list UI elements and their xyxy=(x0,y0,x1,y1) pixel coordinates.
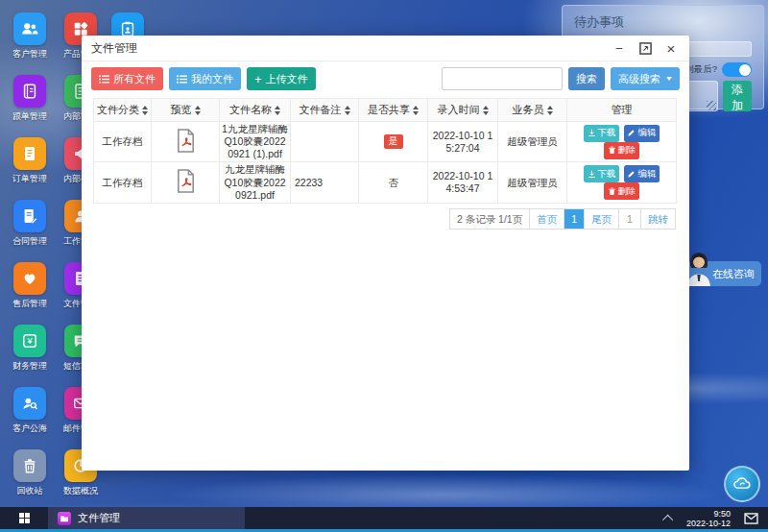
trash-icon xyxy=(608,146,616,155)
maximize-button[interactable] xyxy=(636,39,654,57)
cell-time: 2022-10-10 14:53:47 xyxy=(428,162,498,203)
toggle-knob xyxy=(739,64,751,76)
edit-icon xyxy=(627,129,636,137)
notification-icon[interactable] xyxy=(744,513,758,524)
tray-expand-icon[interactable] xyxy=(662,514,673,524)
table-row: 工作存档 1九龙星牌辅酶Q10胶囊20220921 (1).pdf 是 2022… xyxy=(94,122,677,162)
download-label: 下载 xyxy=(598,127,616,139)
col-header-shared[interactable]: 是否共享 xyxy=(359,99,428,122)
col-header-agent[interactable]: 业务员 xyxy=(498,99,567,122)
pdf-file-icon xyxy=(175,128,197,154)
my-files-label: 我的文件 xyxy=(191,72,233,86)
search-button[interactable]: 搜索 xyxy=(568,67,605,90)
download-icon xyxy=(588,170,596,179)
cell-preview[interactable] xyxy=(152,122,220,162)
edit-button[interactable]: 编辑 xyxy=(624,125,660,142)
edit-label: 编辑 xyxy=(637,127,656,139)
cloud-button[interactable] xyxy=(724,466,760,502)
clock-time: 9:50 xyxy=(686,509,731,519)
download-button[interactable]: 下载 xyxy=(584,125,619,142)
delete-button[interactable]: 删除 xyxy=(604,142,639,159)
cell-note xyxy=(291,122,359,162)
online-consult-label: 在线咨询 xyxy=(712,267,755,281)
download-button[interactable]: 下载 xyxy=(584,165,619,182)
all-files-button[interactable]: 所有文件 xyxy=(91,67,163,90)
cell-filename[interactable]: 九龙星牌辅酶Q10胶囊20220921.pdf xyxy=(220,162,291,203)
cell-shared: 否 xyxy=(359,162,428,203)
windows-logo-icon xyxy=(19,513,30,523)
col-header-preview[interactable]: 预览 xyxy=(152,99,220,122)
pagination: 2 条记录 1/1页 首页 1 尾页 跳转 xyxy=(82,208,676,230)
yen-icon: ¥ xyxy=(13,325,46,357)
sort-icon xyxy=(142,106,148,115)
taskbar-clock[interactable]: 9:50 2022-10-12 xyxy=(686,509,731,528)
resize-grip-icon[interactable] xyxy=(707,101,716,110)
search-input[interactable] xyxy=(442,67,563,90)
window-title: 文件管理 xyxy=(91,40,602,57)
add-todo-button[interactable]: 添加 xyxy=(723,81,752,111)
cell-agent: 超级管理员 xyxy=(498,122,567,162)
clock-date: 2022-10-12 xyxy=(686,519,731,528)
start-button[interactable] xyxy=(0,507,48,529)
svg-text:¥: ¥ xyxy=(26,336,33,346)
folder-icon xyxy=(58,512,71,525)
cell-note: 22233 xyxy=(291,162,359,203)
online-consult-widget[interactable]: 在线咨询 xyxy=(687,261,761,286)
sort-icon xyxy=(275,106,280,115)
record-summary: 2 条记录 1/1页 xyxy=(449,208,530,230)
todo-panel-title: 待办事项 xyxy=(574,13,752,31)
cell-category: 工作存档 xyxy=(94,162,152,203)
page-jump-input[interactable] xyxy=(618,208,641,230)
trash-icon xyxy=(608,187,616,196)
search-label: 搜索 xyxy=(576,72,597,86)
advanced-search-button[interactable]: 高级搜索 xyxy=(611,67,680,90)
cell-agent: 超级管理员 xyxy=(498,162,567,203)
edit-icon xyxy=(627,170,636,179)
sort-icon xyxy=(547,106,553,115)
minimize-button[interactable]: − xyxy=(611,39,628,57)
upload-file-label: 上传文件 xyxy=(266,72,308,86)
contract-icon xyxy=(13,200,46,232)
heart-hand-icon xyxy=(13,262,46,295)
taskbar-item-file-manager[interactable]: 文件管理 xyxy=(48,507,245,529)
cell-category: 工作存档 xyxy=(94,122,152,162)
cell-filename[interactable]: 1九龙星牌辅酶Q10胶囊20220921 (1).pdf xyxy=(220,122,291,162)
cell-time: 2022-10-10 15:27:04 xyxy=(428,122,498,162)
sort-icon xyxy=(483,106,489,115)
system-tray: 9:50 2022-10-12 xyxy=(665,509,768,528)
download-label: 下载 xyxy=(598,168,616,181)
people-icon xyxy=(13,12,46,45)
edit-button[interactable]: 编辑 xyxy=(624,165,660,182)
col-header-note[interactable]: 文件备注 xyxy=(291,99,359,122)
cell-shared: 是 xyxy=(359,122,428,162)
last-page-button[interactable]: 尾页 xyxy=(584,208,619,230)
desktop: 客户管理 跟单管理 订单管理 合同管理 售后管理 ¥ 财务管理 客户公海 回收站… xyxy=(0,0,768,532)
delete-label: 删除 xyxy=(618,144,636,157)
chevron-down-icon xyxy=(666,77,672,81)
pdf-file-icon xyxy=(175,168,197,194)
delete-label: 删除 xyxy=(618,185,636,198)
col-header-filename[interactable]: 文件名称 xyxy=(220,99,291,122)
advanced-search-label: 高级搜索 xyxy=(618,72,660,86)
person-search-icon xyxy=(13,387,46,420)
first-page-button[interactable]: 首页 xyxy=(529,208,564,230)
delete-button[interactable]: 删除 xyxy=(604,182,639,200)
all-files-label: 所有文件 xyxy=(113,72,156,86)
scroll-to-end-toggle[interactable] xyxy=(722,62,752,77)
table-header-row: 文件分类 预览 文件名称 文件备注 是否共享 录入时间 业务员 管理 xyxy=(94,99,677,122)
close-button[interactable]: × xyxy=(662,39,680,57)
my-files-button[interactable]: 我的文件 xyxy=(169,67,241,90)
list-icon xyxy=(177,75,187,84)
shared-badge: 是 xyxy=(384,134,403,150)
page-1-button[interactable]: 1 xyxy=(564,208,585,230)
cell-preview[interactable] xyxy=(152,162,220,203)
col-header-category[interactable]: 文件分类 xyxy=(94,99,152,122)
maximize-icon xyxy=(639,42,652,55)
taskbar-item-label: 文件管理 xyxy=(78,511,120,525)
download-icon xyxy=(588,129,596,137)
col-header-time[interactable]: 录入时间 xyxy=(428,99,498,122)
jump-button[interactable]: 跳转 xyxy=(640,208,676,230)
upload-file-button[interactable]: + 上传文件 xyxy=(247,67,316,90)
trash-icon xyxy=(13,449,46,482)
cell-actions: 下载 编辑 删除 xyxy=(567,162,677,203)
